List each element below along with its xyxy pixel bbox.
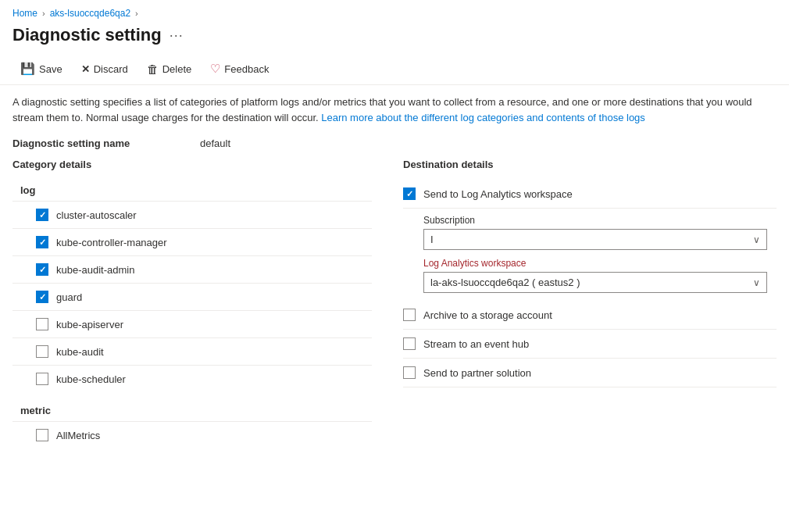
storage-label: Archive to a storage account: [423, 309, 552, 321]
event-hub-label: Stream to an event hub: [423, 338, 529, 350]
log-group-label: log: [20, 180, 372, 201]
left-panel: Category details log cluster-autoscaler …: [12, 159, 387, 455]
feedback-button[interactable]: ♡ Feedback: [202, 58, 277, 80]
destination-storage: Archive to a storage account: [403, 301, 777, 330]
allmetrics-checkbox[interactable]: [36, 429, 48, 441]
discard-button[interactable]: ✕ Discard: [73, 59, 136, 79]
setting-name-value: default: [200, 137, 230, 149]
feedback-icon: ♡: [210, 62, 220, 76]
metric-category-group: metric AllMetrics: [12, 400, 372, 448]
breadcrumb-home[interactable]: Home: [12, 8, 37, 19]
kube-apiserver-checkbox[interactable]: [36, 318, 48, 330]
subscription-dropdown-arrow: ∨: [753, 234, 760, 245]
list-item: kube-audit: [12, 338, 372, 366]
kube-audit-label: kube-audit: [56, 346, 104, 358]
kube-audit-admin-checkbox[interactable]: [36, 263, 48, 276]
workspace-dropdown-arrow: ∨: [753, 277, 760, 288]
page-title: Diagnostic setting: [12, 25, 162, 45]
subscription-dropdown[interactable]: I ∨: [423, 229, 767, 250]
kube-controller-manager-checkbox[interactable]: [36, 236, 48, 248]
page-title-row: Diagnostic setting ···: [0, 22, 789, 53]
destination-event-hub: Stream to an event hub: [403, 330, 777, 359]
kube-audit-checkbox[interactable]: [36, 345, 48, 358]
partner-label: Send to partner solution: [423, 367, 531, 379]
discard-icon: ✕: [81, 63, 90, 75]
list-item: kube-controller-manager: [12, 229, 372, 256]
subscription-value: I: [430, 234, 434, 245]
cluster-autoscaler-label: cluster-autoscaler: [56, 209, 137, 221]
workspace-dropdown[interactable]: la-aks-lsuoccqde6qa2 ( eastus2 ) ∨: [423, 272, 767, 293]
destination-log-analytics: Send to Log Analytics workspace: [403, 180, 777, 209]
list-item: kube-scheduler: [12, 366, 372, 392]
toolbar: 💾 Save ✕ Discard 🗑 Delete ♡ Feedback: [0, 53, 789, 85]
delete-label: Delete: [162, 63, 192, 75]
description-link[interactable]: Learn more about the different log categ…: [321, 112, 645, 123]
delete-button[interactable]: 🗑 Delete: [139, 59, 200, 80]
save-icon: 💾: [20, 62, 35, 76]
subscription-form-group: Subscription I ∨: [423, 215, 777, 250]
setting-name-label: Diagnostic setting name: [12, 137, 200, 149]
list-item: guard: [12, 284, 372, 311]
breadcrumb: Home › aks-lsuoccqde6qa2 ›: [0, 0, 789, 22]
breadcrumb-sep-2: ›: [135, 9, 138, 18]
kube-controller-manager-label: kube-controller-manager: [56, 237, 167, 248]
allmetrics-label: AllMetrics: [56, 430, 100, 441]
setting-name-row: Diagnostic setting name default: [0, 131, 789, 159]
breadcrumb-sep-1: ›: [42, 9, 45, 18]
partner-checkbox[interactable]: [403, 366, 416, 379]
destination-partner: Send to partner solution: [403, 359, 777, 387]
workspace-label: Log Analytics workspace: [423, 258, 777, 269]
more-options-icon[interactable]: ···: [170, 27, 184, 44]
kube-apiserver-label: kube-apiserver: [56, 319, 123, 330]
list-item: kube-apiserver: [12, 311, 372, 338]
delete-icon: 🗑: [147, 62, 159, 76]
log-analytics-checkbox[interactable]: [403, 187, 416, 200]
guard-label: guard: [56, 291, 82, 303]
log-analytics-label: Send to Log Analytics workspace: [423, 188, 573, 200]
discard-label: Discard: [94, 63, 128, 75]
list-item: cluster-autoscaler: [12, 202, 372, 229]
save-button[interactable]: 💾 Save: [12, 58, 70, 80]
storage-checkbox[interactable]: [403, 309, 416, 321]
kube-audit-admin-label: kube-audit-admin: [56, 264, 134, 276]
workspace-form-group: Log Analytics workspace la-aks-lsuoccqde…: [423, 258, 777, 293]
cluster-autoscaler-checkbox[interactable]: [36, 209, 48, 221]
kube-scheduler-label: kube-scheduler: [56, 373, 126, 385]
subscription-label: Subscription: [423, 215, 777, 226]
event-hub-checkbox[interactable]: [403, 337, 416, 350]
list-item: kube-audit-admin: [12, 256, 372, 284]
right-panel: Destination details Send to Log Analytic…: [387, 159, 777, 455]
workspace-value: la-aks-lsuoccqde6qa2 ( eastus2 ): [430, 277, 580, 288]
destination-details-title: Destination details: [403, 159, 777, 170]
save-label: Save: [39, 63, 62, 75]
list-item: AllMetrics: [12, 422, 372, 448]
category-details-title: Category details: [12, 159, 372, 170]
description-area: A diagnostic setting specifies a list of…: [0, 85, 789, 131]
metric-group-label: metric: [20, 400, 372, 421]
log-category-group: log cluster-autoscaler kube-controller-m…: [12, 180, 372, 392]
main-content: Category details log cluster-autoscaler …: [0, 159, 789, 455]
guard-checkbox[interactable]: [36, 291, 48, 303]
kube-scheduler-checkbox[interactable]: [36, 373, 48, 385]
feedback-label: Feedback: [224, 63, 269, 75]
breadcrumb-resource[interactable]: aks-lsuoccqde6qa2: [50, 8, 130, 19]
